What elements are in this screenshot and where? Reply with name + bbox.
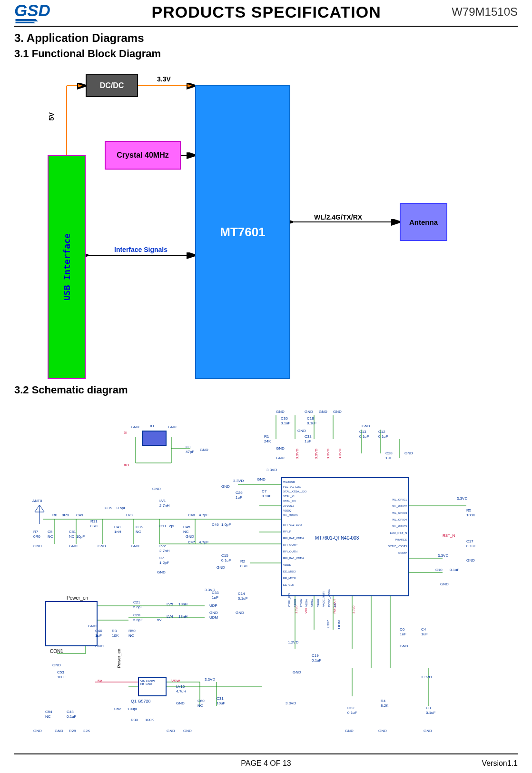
label-rf: WL/2.4G/TX/RX bbox=[314, 213, 362, 221]
c14-ref: C14 bbox=[238, 592, 245, 596]
c41-val: 1nH bbox=[114, 530, 121, 534]
c46-val: 1.0pF bbox=[221, 522, 231, 527]
c28-val: 1uF bbox=[385, 456, 392, 460]
gnd-20: GND bbox=[95, 644, 104, 648]
gnd-11: GND bbox=[221, 484, 230, 489]
gnd-8: GND bbox=[157, 570, 166, 574]
lv1-val: 2.7nH bbox=[159, 503, 169, 508]
c46-ref: C46 bbox=[212, 522, 219, 527]
udp-label: UDP bbox=[209, 603, 217, 608]
c7-val: 0.1uF bbox=[262, 494, 271, 498]
chip-pins-bottom-below: 3.3VD VSS PMIC_OUT 3.3VD bbox=[295, 599, 355, 613]
r11-ref: R11 bbox=[90, 519, 98, 523]
chip-pins-right: WL_GPIO1 WL_GPIO2 WL_GPIO3 WL_GPIO4 WL_G… bbox=[388, 496, 407, 556]
c22-ref: C22 bbox=[347, 706, 355, 710]
chip-name: MT7601-QFN40-003 bbox=[315, 535, 359, 541]
label-5v: 5V bbox=[48, 112, 55, 120]
r29-ref: R29 bbox=[69, 729, 76, 733]
r50-ref: R50 bbox=[128, 629, 136, 633]
page-header: GSD PRODUCTS SPECIFICATION W79M1510S bbox=[14, 0, 518, 27]
gnd-16b: GND bbox=[297, 429, 306, 433]
lv1-ref: LV1 bbox=[159, 499, 166, 503]
r1-val: 24K bbox=[264, 439, 271, 443]
gnd-17: GND bbox=[276, 446, 285, 451]
c21-val: 5.6pF bbox=[133, 605, 143, 609]
gnd-33: GND bbox=[424, 729, 432, 733]
gnd-3: GND bbox=[200, 448, 208, 452]
gnd-36: GND bbox=[466, 558, 475, 562]
section-3-1-title: 3.1 Functional Block Diagram bbox=[14, 48, 518, 60]
functional-block-diagram: USB Interface DC/DC Crystal 40MHz MT7601… bbox=[33, 74, 452, 379]
c51-val: NC bbox=[69, 534, 75, 539]
gnd-30: GND bbox=[293, 670, 301, 674]
rail-5v: 5V bbox=[98, 679, 102, 683]
r4-ref: R4 bbox=[381, 699, 385, 703]
net-xo: XO bbox=[124, 463, 129, 467]
c54-val: NC bbox=[45, 714, 51, 719]
c41-ref: C41 bbox=[114, 525, 121, 529]
c40-ref: C40 bbox=[95, 629, 102, 633]
c47-ref: C47 bbox=[188, 540, 195, 544]
c48-ref: C48 bbox=[188, 513, 195, 517]
header-title: PRODUCTS SPECIFICATION bbox=[151, 3, 381, 21]
c6-ref: C6 bbox=[400, 627, 404, 632]
c30-ref: C30 bbox=[281, 416, 288, 421]
rail-33vd-2: 3.3VD bbox=[266, 468, 277, 472]
c52-val: 100pF bbox=[128, 707, 138, 711]
r8-ref: R8 bbox=[52, 513, 57, 517]
c15-ref: C15 bbox=[221, 553, 228, 558]
r5-ref: R5 bbox=[466, 508, 471, 512]
c33-val: 1uF bbox=[212, 595, 218, 600]
c17-val: 0.1uF bbox=[466, 544, 476, 548]
c36-ref: C36 bbox=[136, 525, 143, 529]
gnd-13: GND bbox=[276, 410, 285, 414]
r50-val: NC bbox=[128, 633, 134, 638]
c19-ref: C19 bbox=[312, 653, 319, 658]
r2-val: 0R0 bbox=[240, 564, 247, 568]
gnd-10: GND bbox=[186, 534, 194, 539]
gnd-32: GND bbox=[378, 729, 387, 733]
gnd-31: GND bbox=[345, 729, 354, 733]
power-en-label: Power_en bbox=[67, 595, 88, 601]
c3-val: 47pF bbox=[186, 450, 194, 454]
c14-val: 0.1uF bbox=[238, 596, 247, 601]
lv3-ref: LV3 bbox=[126, 513, 133, 517]
c60-ref: C60 bbox=[197, 699, 205, 703]
gnd-26: GND bbox=[183, 729, 192, 733]
gnd-5: GND bbox=[69, 544, 78, 548]
gnd-19: GND bbox=[404, 451, 413, 455]
lv10-ref: LV10 bbox=[176, 684, 185, 689]
c35-val: 0.5pF bbox=[117, 506, 126, 510]
power-en-net: Power_en bbox=[117, 649, 121, 668]
c26-ref: C26 bbox=[236, 491, 243, 495]
c45-ref: C45 bbox=[183, 525, 190, 529]
rail-33vd-4: 3.3VD bbox=[205, 677, 215, 682]
c12-val: 0.1uF bbox=[378, 434, 388, 439]
label-interface-signals: Interface Signals bbox=[114, 246, 167, 253]
gnd-16c: GND bbox=[362, 424, 370, 428]
c6-val: 1uF bbox=[400, 632, 406, 636]
c49-ref: C49 bbox=[76, 513, 83, 517]
con1-label: CON1 bbox=[50, 649, 63, 654]
udm-label: UDM bbox=[209, 615, 218, 620]
regulator-pins: VIN LX/SW FB GND bbox=[140, 680, 155, 685]
c53-ref: C53 bbox=[57, 670, 64, 674]
gnd-2: GND bbox=[168, 425, 177, 429]
label-3v3: 3.3V bbox=[157, 75, 171, 83]
r7-val: 0R0 bbox=[33, 534, 40, 539]
c5-ref: C5 bbox=[48, 530, 52, 534]
gsd-logo-icon: GSD bbox=[14, 0, 81, 24]
r7-ref: R7 bbox=[33, 530, 38, 534]
c20-ref: C20 bbox=[133, 613, 140, 617]
c21-ref: C21 bbox=[133, 600, 140, 604]
gnd-6: GND bbox=[98, 544, 106, 548]
rail-33vd-top4: 3.3VD bbox=[338, 449, 342, 459]
lv10-val: 4.7uH bbox=[176, 689, 186, 693]
rail-33vd-1: 3.3VD bbox=[233, 479, 244, 483]
c30-val: 0.1uF bbox=[281, 421, 290, 425]
r3-val: 10K bbox=[112, 633, 118, 638]
c10-ref: C10 bbox=[435, 568, 443, 572]
footer-version: Version1.1 bbox=[482, 759, 518, 768]
antenna-icon bbox=[32, 505, 47, 524]
crystal-block: Crystal 40MHz bbox=[105, 141, 181, 170]
